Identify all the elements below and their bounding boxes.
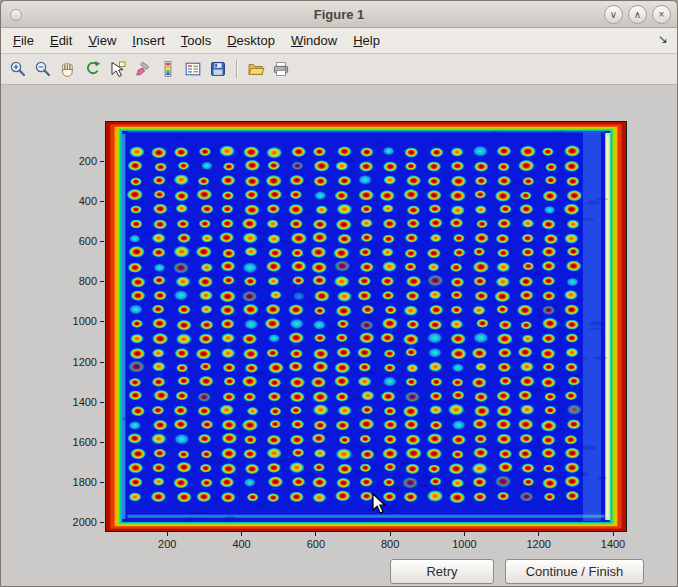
- y-tick: [100, 482, 104, 483]
- print-icon: [272, 60, 290, 78]
- y-tick: [100, 362, 104, 363]
- y-tick-label: 1800: [51, 475, 97, 489]
- open-icon: [247, 60, 265, 78]
- tool-save-button[interactable]: [206, 57, 230, 81]
- y-tick-label: 600: [51, 234, 97, 248]
- dock-figure-icon[interactable]: ↘: [658, 32, 668, 46]
- x-tick: [613, 532, 614, 536]
- y-tick: [100, 161, 104, 162]
- tool-zoom-out-button[interactable]: [31, 57, 55, 81]
- maximize-icon: ∧: [634, 10, 641, 20]
- x-tick-label: 1400: [601, 537, 625, 551]
- tool-brush-button[interactable]: [131, 57, 155, 81]
- toolbar: [1, 54, 677, 85]
- y-tick-label: 1000: [51, 314, 97, 328]
- y-tick-label: 400: [51, 194, 97, 208]
- menu-bar: FileEditViewInsertToolsDesktopWindowHelp…: [1, 28, 677, 54]
- minimize-icon: ∨: [610, 10, 617, 20]
- tool-pan-button[interactable]: [56, 57, 80, 81]
- menu-items: FileEditViewInsertToolsDesktopWindowHelp: [5, 30, 388, 51]
- x-tick-label: 200: [158, 537, 176, 551]
- menu-view[interactable]: View: [80, 30, 124, 51]
- legend-icon: [184, 60, 202, 78]
- x-tick: [241, 532, 242, 536]
- close-button[interactable]: ×: [652, 5, 671, 24]
- retry-button[interactable]: Retry: [390, 559, 494, 584]
- x-tick: [538, 532, 539, 536]
- y-tick-label: 1200: [51, 355, 97, 369]
- y-tick: [100, 321, 104, 322]
- menu-help[interactable]: Help: [345, 30, 388, 51]
- menu-tools[interactable]: Tools: [173, 30, 219, 51]
- maximize-button[interactable]: ∧: [628, 5, 647, 24]
- y-tick: [100, 402, 104, 403]
- zoom-out-icon: [34, 60, 52, 78]
- toolbar-separator: [236, 60, 238, 78]
- tool-data-cursor-button[interactable]: [106, 57, 130, 81]
- window-menu-icon[interactable]: [10, 9, 22, 21]
- minimize-button[interactable]: ∨: [604, 5, 623, 24]
- data-cursor-icon: [109, 60, 127, 78]
- menu-window[interactable]: Window: [283, 30, 345, 51]
- microarray-image[interactable]: [106, 122, 626, 531]
- menu-desktop[interactable]: Desktop: [219, 30, 283, 51]
- colorbar-icon: [159, 60, 177, 78]
- y-tick: [100, 281, 104, 282]
- x-tick-label: 800: [381, 537, 399, 551]
- x-tick-label: 1000: [452, 537, 476, 551]
- y-tick-label: 1600: [51, 435, 97, 449]
- tool-open-button[interactable]: [244, 57, 268, 81]
- menu-file[interactable]: File: [5, 30, 42, 51]
- tool-zoom-in-button[interactable]: [6, 57, 30, 81]
- tool-colorbar-button[interactable]: [156, 57, 180, 81]
- brush-icon: [134, 60, 152, 78]
- y-tick: [100, 442, 104, 443]
- x-tick: [390, 532, 391, 536]
- figure-window: Figure 1 ∨ ∧ × FileEditViewInsertToolsDe…: [0, 0, 678, 587]
- menu-edit[interactable]: Edit: [42, 30, 80, 51]
- y-tick: [100, 241, 104, 242]
- y-tick-label: 1400: [51, 395, 97, 409]
- tool-print-button[interactable]: [269, 57, 293, 81]
- pan-icon: [59, 60, 77, 78]
- x-tick: [167, 532, 168, 536]
- rotate-3d-icon: [84, 60, 102, 78]
- y-tick-label: 200: [51, 154, 97, 168]
- x-tick: [315, 532, 316, 536]
- menu-insert[interactable]: Insert: [124, 30, 173, 51]
- zoom-in-icon: [9, 60, 27, 78]
- figure-canvas: 2004006008001000120014002004006008001000…: [1, 85, 677, 587]
- title-bar[interactable]: Figure 1 ∨ ∧ ×: [1, 1, 677, 28]
- save-icon: [209, 60, 227, 78]
- axes[interactable]: [105, 121, 627, 532]
- window-controls: ∨ ∧ ×: [604, 5, 671, 24]
- continue-finish-button[interactable]: Continue / Finish: [505, 559, 644, 584]
- y-tick-label: 800: [51, 274, 97, 288]
- x-tick-label: 1200: [526, 537, 550, 551]
- tool-rotate-3d-button[interactable]: [81, 57, 105, 81]
- y-tick: [100, 201, 104, 202]
- x-tick-label: 600: [307, 537, 325, 551]
- tool-legend-button[interactable]: [181, 57, 205, 81]
- y-tick-label: 2000: [51, 515, 97, 529]
- y-tick: [100, 522, 104, 523]
- close-icon: ×: [659, 10, 665, 20]
- window-title: Figure 1: [1, 7, 677, 22]
- x-tick: [464, 532, 465, 536]
- x-tick-label: 400: [232, 537, 250, 551]
